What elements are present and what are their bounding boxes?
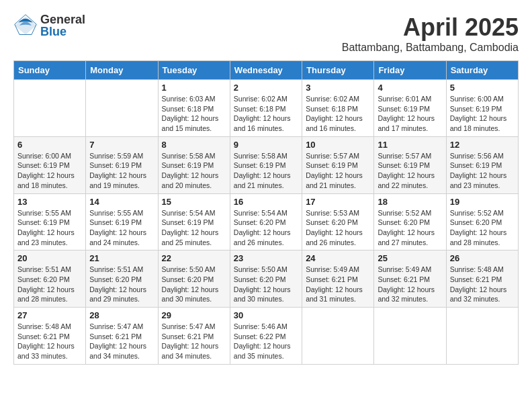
day-info: Sunrise: 5:55 AM Sunset: 6:19 PM Dayligh… [89,208,154,248]
calendar-week-row: 13Sunrise: 5:55 AM Sunset: 6:19 PM Dayli… [14,193,519,250]
day-info: Sunrise: 5:49 AM Sunset: 6:21 PM Dayligh… [378,265,442,304]
calendar-day-cell: 11Sunrise: 5:57 AM Sunset: 6:19 PM Dayli… [374,136,446,193]
day-number: 26 [450,253,515,263]
day-info: Sunrise: 5:48 AM Sunset: 6:21 PM Dayligh… [17,322,82,361]
day-of-week-header: Sunday [14,61,86,80]
day-info: Sunrise: 5:55 AM Sunset: 6:19 PM Dayligh… [17,208,82,248]
calendar-day-cell: 19Sunrise: 5:52 AM Sunset: 6:20 PM Dayli… [446,193,518,250]
day-number: 22 [162,253,226,263]
logo: General Blue [13,13,85,38]
calendar-day-cell: 27Sunrise: 5:48 AM Sunset: 6:21 PM Dayli… [14,308,86,365]
day-info: Sunrise: 5:54 AM Sunset: 6:19 PM Dayligh… [162,208,226,248]
calendar-day-cell: 1Sunrise: 6:03 AM Sunset: 6:18 PM Daylig… [158,80,230,137]
calendar-day-cell: 30Sunrise: 5:46 AM Sunset: 6:22 PM Dayli… [230,308,302,365]
calendar-day-cell: 7Sunrise: 5:59 AM Sunset: 6:19 PM Daylig… [86,136,158,193]
day-info: Sunrise: 6:00 AM Sunset: 6:19 PM Dayligh… [450,94,515,134]
day-of-week-header: Thursday [302,61,374,80]
day-number: 12 [450,140,515,150]
day-of-week-header: Tuesday [158,61,230,80]
day-number: 29 [162,310,226,320]
day-info: Sunrise: 6:03 AM Sunset: 6:18 PM Dayligh… [162,94,226,134]
calendar-day-cell: 28Sunrise: 5:47 AM Sunset: 6:21 PM Dayli… [86,308,158,365]
calendar-day-cell: 16Sunrise: 5:54 AM Sunset: 6:20 PM Dayli… [230,193,302,250]
day-number: 2 [234,83,298,93]
day-number: 19 [450,197,515,207]
calendar-day-cell: 3Sunrise: 6:02 AM Sunset: 6:18 PM Daylig… [302,80,374,137]
day-number: 11 [378,140,442,150]
day-info: Sunrise: 5:52 AM Sunset: 6:20 PM Dayligh… [378,208,442,248]
day-info: Sunrise: 5:51 AM Sunset: 6:20 PM Dayligh… [17,265,82,304]
day-number: 16 [234,197,298,207]
calendar-week-row: 27Sunrise: 5:48 AM Sunset: 6:21 PM Dayli… [14,308,519,365]
day-of-week-header: Saturday [446,61,518,80]
calendar-empty-cell [86,80,158,137]
day-info: Sunrise: 6:02 AM Sunset: 6:18 PM Dayligh… [306,94,370,134]
title-block: April 2025 Battambang, Battambang, Cambo… [342,13,519,54]
day-number: 10 [306,140,370,150]
calendar-day-cell: 21Sunrise: 5:51 AM Sunset: 6:20 PM Dayli… [86,250,158,308]
calendar-day-cell: 29Sunrise: 5:47 AM Sunset: 6:21 PM Dayli… [158,308,230,365]
day-info: Sunrise: 5:47 AM Sunset: 6:21 PM Dayligh… [162,322,226,361]
day-number: 28 [89,310,154,320]
calendar-week-row: 1Sunrise: 6:03 AM Sunset: 6:18 PM Daylig… [14,80,519,137]
day-number: 30 [234,310,298,320]
calendar-week-row: 6Sunrise: 6:00 AM Sunset: 6:19 PM Daylig… [14,136,519,193]
calendar-day-cell: 13Sunrise: 5:55 AM Sunset: 6:19 PM Dayli… [14,193,86,250]
day-info: Sunrise: 5:49 AM Sunset: 6:21 PM Dayligh… [306,265,370,304]
day-number: 6 [17,140,82,150]
day-number: 5 [450,83,515,93]
day-info: Sunrise: 6:01 AM Sunset: 6:19 PM Dayligh… [378,94,442,134]
day-number: 13 [17,197,82,207]
day-info: Sunrise: 5:53 AM Sunset: 6:20 PM Dayligh… [306,208,370,248]
day-number: 4 [378,83,442,93]
calendar-day-cell: 15Sunrise: 5:54 AM Sunset: 6:19 PM Dayli… [158,193,230,250]
day-info: Sunrise: 5:47 AM Sunset: 6:21 PM Dayligh… [89,322,154,361]
day-number: 7 [89,140,154,150]
day-number: 27 [17,310,82,320]
calendar-title: April 2025 [342,13,519,42]
calendar-day-cell: 4Sunrise: 6:01 AM Sunset: 6:19 PM Daylig… [374,80,446,137]
day-info: Sunrise: 5:50 AM Sunset: 6:20 PM Dayligh… [234,265,298,304]
calendar-day-cell: 5Sunrise: 6:00 AM Sunset: 6:19 PM Daylig… [446,80,518,137]
day-number: 15 [162,197,226,207]
day-info: Sunrise: 5:58 AM Sunset: 6:19 PM Dayligh… [162,151,226,191]
day-info: Sunrise: 5:58 AM Sunset: 6:19 PM Dayligh… [234,151,298,191]
day-of-week-header: Friday [374,61,446,80]
day-of-week-header: Wednesday [230,61,302,80]
day-info: Sunrise: 5:51 AM Sunset: 6:20 PM Dayligh… [89,265,154,304]
calendar-day-cell: 12Sunrise: 5:56 AM Sunset: 6:19 PM Dayli… [446,136,518,193]
day-info: Sunrise: 5:46 AM Sunset: 6:22 PM Dayligh… [234,322,298,361]
calendar-day-cell: 20Sunrise: 5:51 AM Sunset: 6:20 PM Dayli… [14,250,86,308]
day-info: Sunrise: 5:50 AM Sunset: 6:20 PM Dayligh… [162,265,226,304]
calendar-empty-cell [446,308,518,365]
logo-general: General [40,13,85,26]
day-number: 3 [306,83,370,93]
calendar-day-cell: 14Sunrise: 5:55 AM Sunset: 6:19 PM Dayli… [86,193,158,250]
day-number: 9 [234,140,298,150]
day-info: Sunrise: 5:54 AM Sunset: 6:20 PM Dayligh… [234,208,298,248]
day-number: 25 [378,253,442,263]
day-number: 1 [162,83,226,93]
logo-icon [13,13,38,38]
calendar-day-cell: 26Sunrise: 5:48 AM Sunset: 6:21 PM Dayli… [446,250,518,308]
calendar-day-cell: 6Sunrise: 6:00 AM Sunset: 6:19 PM Daylig… [14,136,86,193]
day-number: 17 [306,197,370,207]
day-number: 8 [162,140,226,150]
calendar-day-cell: 24Sunrise: 5:49 AM Sunset: 6:21 PM Dayli… [302,250,374,308]
day-info: Sunrise: 5:56 AM Sunset: 6:19 PM Dayligh… [450,151,515,191]
page-header: General Blue April 2025 Battambang, Batt… [13,13,519,54]
calendar-day-cell: 17Sunrise: 5:53 AM Sunset: 6:20 PM Dayli… [302,193,374,250]
logo-blue: Blue [40,25,66,38]
day-info: Sunrise: 5:57 AM Sunset: 6:19 PM Dayligh… [306,151,370,191]
day-info: Sunrise: 5:52 AM Sunset: 6:20 PM Dayligh… [450,208,515,248]
day-info: Sunrise: 5:59 AM Sunset: 6:19 PM Dayligh… [89,151,154,191]
day-of-week-header: Monday [86,61,158,80]
day-info: Sunrise: 5:57 AM Sunset: 6:19 PM Dayligh… [378,151,442,191]
day-number: 14 [89,197,154,207]
day-number: 24 [306,253,370,263]
day-number: 18 [378,197,442,207]
logo-text: General Blue [40,13,85,38]
calendar-empty-cell [302,308,374,365]
calendar-day-cell: 2Sunrise: 6:02 AM Sunset: 6:18 PM Daylig… [230,80,302,137]
calendar-day-cell: 25Sunrise: 5:49 AM Sunset: 6:21 PM Dayli… [374,250,446,308]
